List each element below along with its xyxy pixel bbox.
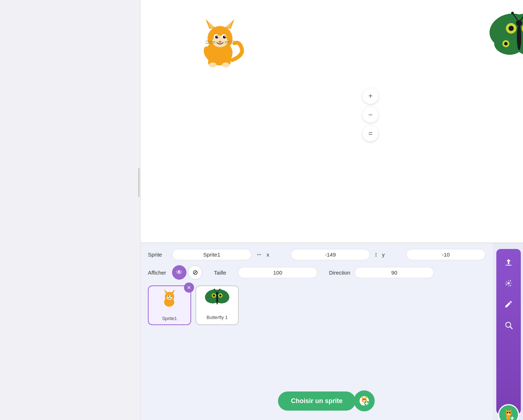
svg-line-76 [510, 327, 513, 329]
zoom-controls: + − = [362, 88, 378, 141]
svg-point-58 [216, 292, 219, 295]
effects-button[interactable] [500, 275, 517, 292]
svg-marker-78 [505, 409, 508, 411]
zoom-fit-button[interactable]: = [362, 126, 378, 141]
direction-input[interactable] [355, 267, 434, 278]
x-axis-icon: ↔ [256, 251, 262, 258]
taille-input[interactable] [238, 267, 317, 278]
svg-point-56 [219, 294, 221, 297]
y-input[interactable] [406, 249, 485, 260]
show-button[interactable]: 👁 [172, 265, 186, 280]
sprite-info-panel: Sprite ↔ x ↕ y Afficher 👁 ⊘ Taille Direc… [141, 243, 493, 420]
svg-point-57 [216, 294, 218, 305]
svg-point-50 [169, 297, 170, 298]
svg-point-12 [224, 36, 225, 37]
upload-button[interactable] [500, 254, 517, 271]
x-input[interactable] [291, 249, 370, 260]
svg-rect-73 [506, 265, 511, 266]
action-bar [496, 249, 521, 414]
hide-button[interactable]: ⊘ [188, 265, 202, 280]
svg-point-36 [516, 20, 522, 26]
search-button[interactable] [500, 317, 517, 333]
svg-point-35 [517, 24, 521, 50]
sprite-card-sprite1[interactable]: ✕ [148, 285, 191, 325]
sprite-label: Sprite [148, 251, 168, 258]
svg-point-49 [171, 296, 172, 297]
svg-point-33 [504, 42, 508, 45]
svg-point-11 [217, 36, 218, 37]
code-panel [0, 0, 141, 420]
sprite1-label: Sprite1 [162, 316, 177, 321]
svg-point-13 [219, 41, 221, 43]
svg-point-31 [509, 26, 514, 31]
delete-sprite1-button[interactable]: ✕ [184, 283, 194, 293]
add-sprite-main-button[interactable] [498, 404, 519, 420]
svg-point-38 [511, 12, 514, 14]
scrollbar[interactable] [138, 168, 140, 197]
svg-point-62 [219, 289, 220, 290]
svg-marker-79 [509, 409, 512, 411]
sprite1-icon [157, 288, 182, 314]
sprites-list: ✕ [148, 285, 485, 325]
bottom-panel: Sprite ↔ x ↕ y Afficher 👁 ⊘ Taille Direc… [141, 243, 523, 420]
paint-button[interactable] [500, 296, 517, 312]
svg-point-74 [507, 282, 510, 284]
visibility-row: Afficher 👁 ⊘ Taille Direction [148, 265, 485, 280]
butterfly-on-stage[interactable] [488, 11, 523, 61]
svg-point-20 [209, 62, 216, 67]
zoom-in-button[interactable]: + [362, 88, 378, 104]
taille-label: Taille [214, 270, 234, 276]
svg-marker-44 [171, 289, 175, 293]
svg-point-60 [214, 289, 215, 290]
direction-label: Direction [329, 270, 350, 276]
y-label: y [382, 251, 402, 258]
sprite-name-row: Sprite ↔ x ↕ y [148, 249, 485, 260]
cat-on-stage[interactable] [191, 14, 249, 72]
right-area: + − = Sprite ↔ x ↕ y Afficher � [141, 0, 523, 420]
sprite-add-icon-button[interactable] [354, 390, 375, 411]
stage: + − = [141, 0, 523, 243]
y-axis-icon: ↕ [374, 251, 378, 258]
svg-point-21 [222, 62, 229, 67]
butterfly1-label: Butterfly 1 [207, 315, 228, 320]
visibility-group: 👁 ⊘ [172, 265, 202, 280]
sprite-name-input[interactable] [172, 249, 251, 260]
svg-marker-43 [164, 289, 168, 293]
svg-point-9 [215, 36, 218, 39]
zoom-out-button[interactable]: − [362, 107, 378, 123]
sprite-card-butterfly1[interactable]: Butterfly 1 [195, 285, 239, 325]
butterfly1-icon [205, 288, 230, 312]
svg-point-48 [168, 296, 169, 297]
afficher-label: Afficher [148, 270, 168, 276]
x-label: x [267, 251, 286, 258]
choose-sprite-button[interactable]: Choisir un sprite [278, 391, 356, 411]
svg-point-55 [213, 294, 215, 297]
choose-sprite-area: Choisir un sprite [278, 390, 375, 411]
svg-point-10 [223, 36, 226, 39]
